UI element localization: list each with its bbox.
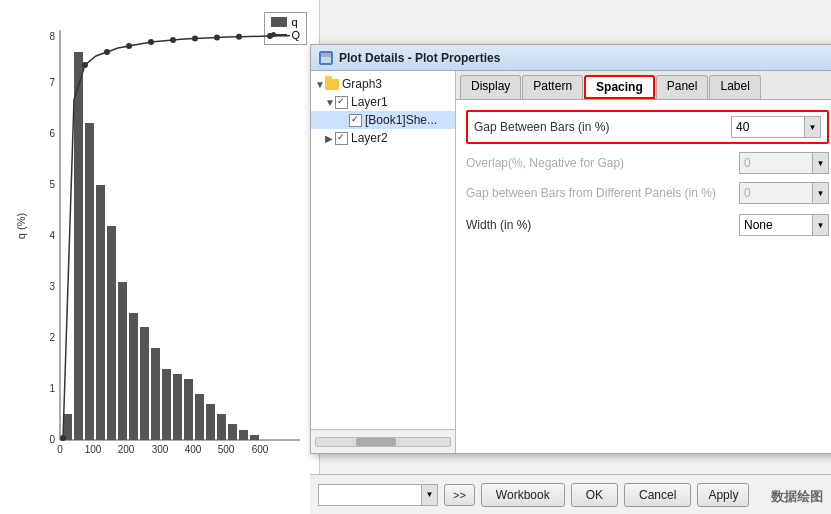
svg-rect-33 [228, 424, 237, 440]
tree-item-layer2[interactable]: ▶ Layer2 [311, 129, 455, 147]
tab-display[interactable]: Display [460, 75, 521, 99]
folder-icon-graph3 [325, 79, 339, 90]
gap-between-bars-row: Gap Between Bars (in %) 40 ▼ [466, 110, 829, 144]
svg-rect-25 [140, 327, 149, 440]
svg-rect-32 [217, 414, 226, 440]
workbook-button[interactable]: Workbook [481, 483, 565, 507]
tree-checkbox-layer2[interactable] [335, 132, 348, 145]
dialog-titlebar: Plot Details - Plot Properties [311, 45, 831, 71]
spacing-content: Gap Between Bars (in %) 40 ▼ Overlap(%, … [456, 100, 831, 452]
tab-pattern[interactable]: Pattern [522, 75, 583, 99]
svg-text:6: 6 [49, 128, 55, 139]
svg-text:1: 1 [49, 383, 55, 394]
tree-arrow-layer2: ▶ [325, 133, 335, 144]
svg-rect-47 [321, 53, 331, 57]
svg-point-40 [148, 39, 154, 45]
svg-text:4: 4 [49, 230, 55, 241]
svg-point-41 [170, 37, 176, 43]
tab-panel[interactable]: Panel [656, 75, 709, 99]
svg-rect-24 [129, 313, 138, 440]
tab-spacing[interactable]: Spacing [584, 75, 655, 99]
svg-rect-28 [173, 374, 182, 440]
svg-rect-29 [184, 379, 193, 440]
width-dropdown-arrow[interactable]: ▼ [812, 215, 828, 235]
tree-checkbox-book1[interactable] [349, 114, 362, 127]
dialog-body: ▼ Graph3 ▼ Layer1 ▶ [Book1]She... [311, 71, 831, 453]
overlap-value: 0 [740, 156, 812, 170]
gap-between-bars-dropdown-arrow[interactable]: ▼ [804, 117, 820, 137]
svg-text:2: 2 [49, 332, 55, 343]
svg-point-37 [82, 62, 88, 68]
tree-item-graph3[interactable]: ▼ Graph3 [311, 75, 455, 93]
tree-item-layer1[interactable]: ▼ Layer1 [311, 93, 455, 111]
gap-panels-label: Gap between Bars from Different Panels (… [466, 186, 731, 200]
gap-panels-row: Gap between Bars from Different Panels (… [466, 182, 829, 204]
tree-scrollbar-area [311, 429, 455, 453]
width-value: None [740, 218, 812, 232]
tree-arrow-layer1: ▼ [325, 97, 335, 108]
svg-rect-27 [162, 369, 171, 440]
svg-rect-35 [250, 435, 259, 440]
gap-between-bars-label: Gap Between Bars (in %) [474, 120, 723, 134]
gap-panels-value: 0 [740, 186, 812, 200]
plot-details-dialog: Plot Details - Plot Properties ▼ Graph3 … [310, 44, 831, 454]
gap-panels-value-box: 0 ▼ [739, 182, 829, 204]
svg-text:600: 600 [252, 444, 269, 455]
overlap-label: Overlap(%, Negative for Gap) [466, 156, 731, 170]
apply-button[interactable]: Apply [697, 483, 749, 507]
svg-rect-34 [239, 430, 248, 440]
overlap-dropdown-arrow: ▼ [812, 153, 828, 173]
cancel-button[interactable]: Cancel [624, 483, 691, 507]
svg-rect-22 [107, 226, 116, 440]
svg-text:8: 8 [49, 31, 55, 42]
svg-rect-31 [206, 404, 215, 440]
width-row: Width (in %) None ▼ [466, 214, 829, 236]
svg-point-42 [192, 36, 198, 42]
svg-point-39 [126, 43, 132, 49]
svg-text:0: 0 [49, 434, 55, 445]
svg-point-44 [236, 34, 242, 40]
svg-point-45 [267, 33, 273, 39]
svg-text:0: 0 [57, 444, 63, 455]
watermark: 数据绘图 [771, 488, 823, 506]
gap-between-bars-value-box[interactable]: 40 ▼ [731, 116, 821, 138]
overlap-row: Overlap(%, Negative for Gap) 0 ▼ [466, 152, 829, 174]
tabs-row: Display Pattern Spacing Panel Label [456, 71, 831, 100]
svg-text:7: 7 [49, 77, 55, 88]
tree-label-layer1: Layer1 [351, 95, 388, 109]
ok-button[interactable]: OK [571, 483, 618, 507]
svg-text:300: 300 [152, 444, 169, 455]
chart-svg: 0 1 2 3 4 5 6 7 8 0 100 200 300 400 500 … [30, 20, 310, 480]
bottom-select-box[interactable]: ▼ [318, 484, 438, 506]
tree-scrollbar-thumb[interactable] [356, 438, 396, 446]
tree-item-book1[interactable]: ▶ [Book1]She... [311, 111, 455, 129]
svg-text:100: 100 [85, 444, 102, 455]
svg-rect-21 [96, 185, 105, 440]
width-label: Width (in %) [466, 218, 731, 232]
svg-text:200: 200 [118, 444, 135, 455]
svg-rect-19 [74, 52, 83, 440]
svg-text:3: 3 [49, 281, 55, 292]
tree-label-layer2: Layer2 [351, 131, 388, 145]
tree-scrollbar-track[interactable] [315, 437, 451, 447]
tree-label-graph3: Graph3 [342, 77, 382, 91]
arrows-button[interactable]: >> [444, 484, 475, 506]
width-value-box[interactable]: None ▼ [739, 214, 829, 236]
overlap-value-box: 0 ▼ [739, 152, 829, 174]
gap-between-bars-value: 40 [732, 120, 804, 134]
tree-panel: ▼ Graph3 ▼ Layer1 ▶ [Book1]She... [311, 71, 456, 429]
y-axis-label: q (%) [15, 213, 27, 239]
tab-label[interactable]: Label [709, 75, 760, 99]
svg-point-38 [104, 49, 110, 55]
dialog-icon [319, 51, 333, 65]
svg-rect-26 [151, 348, 160, 440]
gap-panels-dropdown-arrow: ▼ [812, 183, 828, 203]
bottom-bar: ▼ >> Workbook OK Cancel Apply [310, 474, 831, 514]
bottom-select-arrow[interactable]: ▼ [421, 485, 437, 505]
svg-rect-20 [85, 123, 94, 440]
svg-rect-23 [118, 282, 127, 440]
dialog-title: Plot Details - Plot Properties [339, 51, 500, 65]
tree-checkbox-layer1[interactable] [335, 96, 348, 109]
svg-point-36 [60, 435, 66, 441]
tree-arrow-graph3: ▼ [315, 79, 325, 90]
